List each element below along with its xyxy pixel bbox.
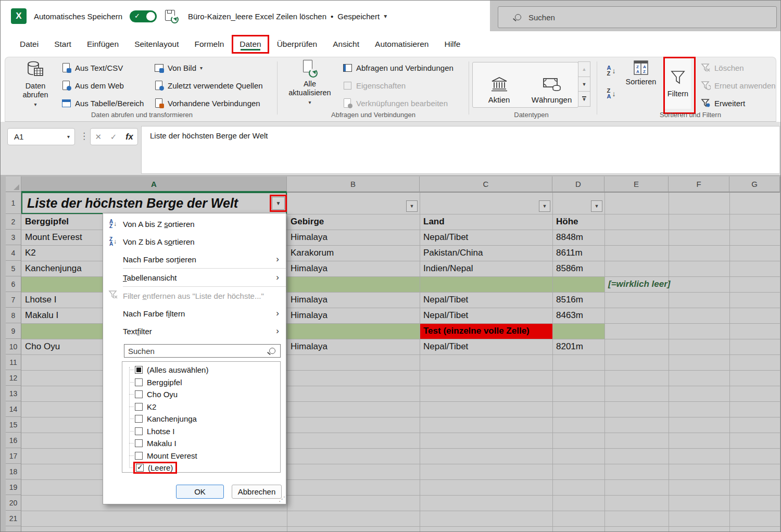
cancel-entry-icon[interactable]: ✕ — [95, 132, 102, 142]
confirm-entry-icon[interactable]: ✓ — [110, 132, 117, 142]
excel-app-icon[interactable]: X — [11, 8, 27, 24]
unchecked-checkbox[interactable] — [135, 390, 143, 398]
unchecked-checkbox[interactable] — [135, 415, 143, 423]
row-header-15[interactable]: 15 — [6, 417, 21, 433]
save-icon[interactable] — [165, 10, 178, 22]
tab-daten[interactable]: Daten — [232, 35, 269, 54]
column-header-E[interactable]: E — [604, 176, 669, 192]
row-header-11[interactable]: 11 — [6, 354, 21, 370]
row-header-14[interactable]: 14 — [6, 401, 21, 417]
row-header-19[interactable]: 19 — [6, 479, 21, 495]
unchecked-checkbox[interactable] — [135, 439, 143, 447]
tab-überprüfen[interactable]: Überprüfen — [269, 35, 325, 54]
row-header-9[interactable]: 9 — [6, 323, 21, 339]
cancel-button[interactable]: Abbrechen — [232, 485, 282, 499]
sort-button[interactable]: Z A A Z Sortieren — [622, 60, 660, 86]
cell-C2[interactable]: Land — [420, 214, 552, 230]
column-header-D[interactable]: D — [552, 176, 604, 192]
get-data-button[interactable]: Daten abrufen ▾ — [12, 60, 58, 107]
tab-automatisieren[interactable]: Automatisieren — [367, 35, 436, 54]
row-header-2[interactable]: 2 — [6, 214, 21, 230]
tab-formeln[interactable]: Formeln — [186, 35, 232, 54]
cell-D5[interactable]: 8586m — [552, 261, 604, 276]
cell-C5[interactable]: Indien/Nepal — [420, 261, 552, 276]
row-header-22[interactable]: 22 — [6, 526, 21, 532]
cell-A1[interactable]: Liste der höchsten Berge der Welt — [21, 192, 287, 214]
filter-button-D1[interactable]: ▼ — [591, 200, 602, 212]
gallery-scroll-down[interactable]: ▼ — [578, 77, 590, 92]
filter-value-mount-everest[interactable]: Mount Everest — [122, 450, 280, 462]
row-header-21[interactable]: 21 — [6, 511, 21, 526]
filter-value-berggipfel[interactable]: Berggipfel — [122, 376, 280, 389]
filter-value--leere-[interactable]: (Leere) — [122, 462, 280, 474]
ok-button[interactable]: OK — [176, 485, 224, 499]
cell-D3[interactable]: 8848m — [552, 230, 604, 245]
filter-value-kanchenjunga[interactable]: Kanchenjunga — [122, 413, 280, 425]
column-header-A[interactable]: A — [21, 176, 287, 192]
cell-B7[interactable]: Himalaya — [287, 292, 420, 308]
queries-connections-button[interactable]: Abfragen und Verbindungen — [343, 60, 454, 75]
cell-D8[interactable]: 8463m — [552, 308, 604, 323]
currencies-button[interactable]: Währungen — [525, 62, 578, 107]
formula-input[interactable]: Liste der höchsten Berge der Welt — [141, 126, 780, 174]
row-header-7[interactable]: 7 — [6, 292, 21, 308]
filter-button[interactable]: Filtern — [665, 59, 691, 109]
cell-B8[interactable]: Himalaya — [287, 308, 420, 323]
tab-ansicht[interactable]: Ansicht — [325, 35, 367, 54]
name-box[interactable]: A1 ▾ — [7, 128, 75, 145]
cell-C3[interactable]: Nepal/Tibet — [420, 230, 552, 245]
tab-datei[interactable]: Datei — [12, 35, 46, 54]
formula-bar-handle[interactable]: ⋮ — [80, 128, 89, 144]
from-table-range-button[interactable]: Aus Tabelle/Bereich — [61, 96, 144, 110]
row-header-6[interactable]: 6 — [6, 276, 21, 292]
cell-B2[interactable]: Gebirge — [287, 214, 420, 230]
row-header-3[interactable]: 3 — [6, 230, 21, 245]
row-header-10[interactable]: 10 — [6, 339, 21, 354]
cell-B3[interactable]: Himalaya — [287, 230, 420, 245]
document-title[interactable]: Büro-Kaizen_leere Excel Zeilen löschen •… — [188, 1, 387, 32]
filter-search-input[interactable]: Suchen — [124, 344, 281, 358]
row-header-17[interactable]: 17 — [6, 448, 21, 464]
column-header-G[interactable]: G — [729, 176, 780, 192]
column-header-B[interactable]: B — [287, 176, 420, 192]
cell-B10[interactable]: Himalaya — [287, 339, 420, 354]
cell-C10[interactable]: Nepal/Tibet — [420, 339, 552, 354]
menu-item-tabellenansicht[interactable]: Tabellenansicht› — [103, 269, 286, 286]
filter-value-k2[interactable]: K2 — [122, 401, 280, 413]
sort-descending-button[interactable]: ZA↓ — [602, 84, 621, 103]
row-header-20[interactable]: 20 — [6, 495, 21, 511]
filter-button-B1[interactable]: ▼ — [406, 200, 418, 212]
gallery-more-button[interactable]: ▼ — [578, 91, 590, 107]
cell-C4[interactable]: Pakistan/China — [420, 245, 552, 261]
row-header-4[interactable]: 4 — [6, 245, 21, 261]
tab-start[interactable]: Start — [46, 35, 79, 54]
cell-D4[interactable]: 8611m — [552, 245, 604, 261]
refresh-all-button[interactable]: Alle aktualisieren ▾ — [282, 60, 337, 105]
unchecked-checkbox[interactable] — [135, 403, 143, 411]
recent-sources-button[interactable]: Zuletzt verwendete Quellen — [154, 78, 263, 93]
cell-B4[interactable]: Karakorum — [287, 245, 420, 261]
cell-D2[interactable]: Höhe — [552, 214, 604, 230]
cell-D7[interactable]: 8516m — [552, 292, 604, 308]
insert-function-icon[interactable]: fx — [125, 132, 133, 142]
tab-hilfe[interactable]: Hilfe — [436, 35, 468, 54]
menu-item-nach-farbe-filtern[interactable]: Nach Farbe filtern› — [103, 305, 286, 322]
search-input[interactable]: Suchen — [498, 6, 777, 28]
tab-einfügen[interactable]: Einfügen — [79, 35, 127, 54]
tab-seitenlayout[interactable]: Seitenlayout — [127, 35, 186, 54]
row-header-1[interactable]: 1 — [6, 192, 21, 214]
row-header-8[interactable]: 8 — [6, 308, 21, 323]
cell-B5[interactable]: Himalaya — [287, 261, 420, 276]
select-all-corner[interactable] — [6, 176, 21, 192]
unchecked-checkbox[interactable] — [135, 378, 143, 386]
cell-D10[interactable]: 8201m — [552, 339, 604, 354]
row-header-5[interactable]: 5 — [6, 261, 21, 276]
unchecked-checkbox[interactable] — [135, 427, 143, 435]
filter-value-cho-oyu[interactable]: Cho Oyu — [122, 388, 280, 401]
row-header-16[interactable]: 16 — [6, 433, 21, 448]
filter-button-C1[interactable]: ▼ — [539, 200, 550, 212]
partial-checkbox[interactable] — [135, 366, 143, 374]
cell-C7[interactable]: Nepal/Tibet — [420, 292, 552, 308]
column-header-F[interactable]: F — [669, 176, 729, 192]
cell-C8[interactable]: Nepal/Tibet — [420, 308, 552, 323]
